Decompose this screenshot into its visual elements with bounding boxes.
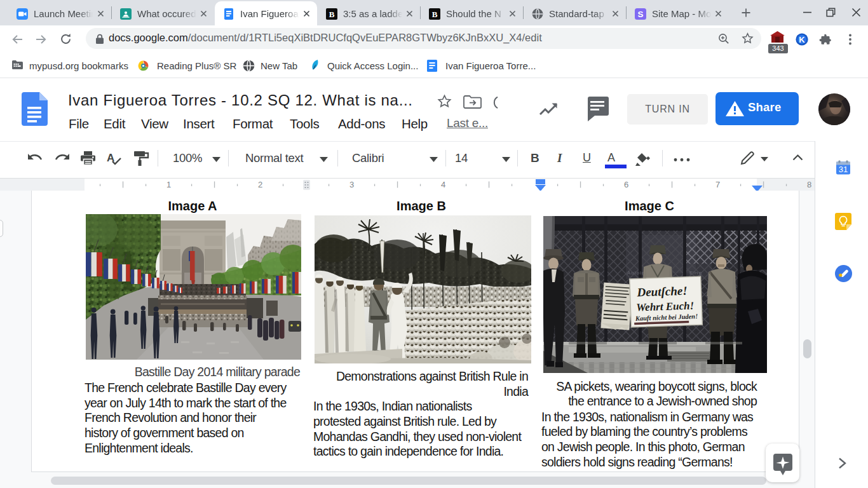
svg-text:6: 6	[624, 180, 628, 189]
svg-text:3: 3	[349, 180, 354, 189]
svg-text:31: 31	[839, 165, 848, 174]
svg-text:2: 2	[258, 180, 262, 189]
svg-text:Deutſche!: Deutſche!	[636, 284, 688, 299]
svg-text:4: 4	[441, 180, 445, 189]
svg-text:Auloin: Auloin	[627, 270, 645, 276]
svg-text:Wehrt Euch!: Wehrt Euch!	[636, 299, 694, 313]
svg-text:7: 7	[715, 180, 720, 189]
svg-text:Eing: Eing	[689, 270, 702, 276]
svg-text:8: 8	[807, 180, 811, 189]
svg-text:1: 1	[166, 180, 171, 189]
